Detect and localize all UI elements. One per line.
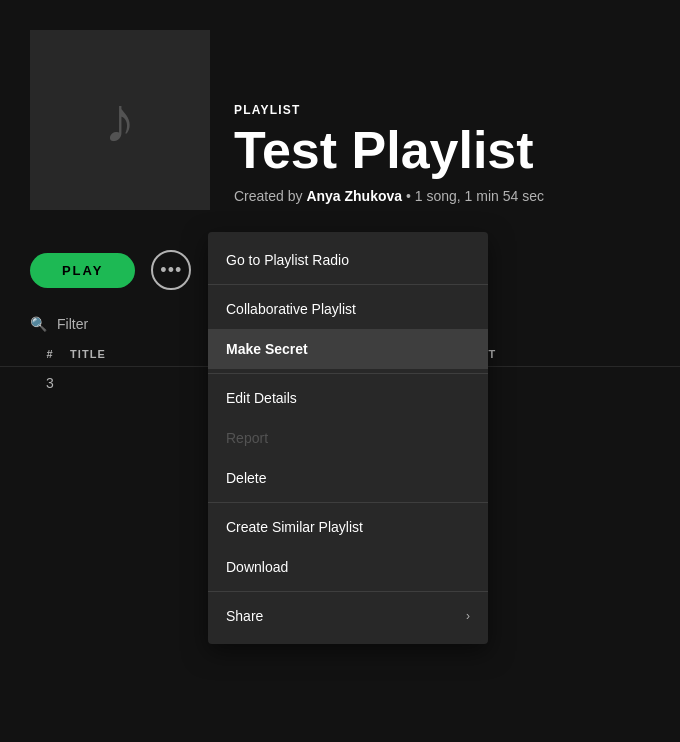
menu-section-2: Collaborative Playlist Make Secret [208, 285, 488, 374]
meta-separator: • [406, 188, 415, 204]
play-button[interactable]: PLAY [30, 253, 135, 288]
playlist-header: ♪ PLAYLIST Test Playlist Created by Anya… [0, 0, 680, 234]
menu-section-4: Create Similar Playlist Download [208, 503, 488, 592]
menu-item-make-secret-label: Make Secret [226, 341, 308, 357]
menu-item-delete-label: Delete [226, 470, 266, 486]
playlist-info: PLAYLIST Test Playlist Created by Anya Z… [234, 103, 544, 210]
menu-item-delete[interactable]: Delete [208, 458, 488, 498]
share-chevron-icon: › [466, 609, 470, 623]
creator-name: Anya Zhukova [306, 188, 402, 204]
menu-item-make-secret[interactable]: Make Secret [208, 329, 488, 369]
filter-placeholder: Filter [57, 316, 88, 332]
menu-section-5: Share › [208, 592, 488, 640]
menu-item-collaborative-label: Collaborative Playlist [226, 301, 356, 317]
menu-section-1: Go to Playlist Radio [208, 236, 488, 285]
menu-item-goto-radio-label: Go to Playlist Radio [226, 252, 349, 268]
menu-section-3: Edit Details Report Delete [208, 374, 488, 503]
menu-item-share-label: Share [226, 608, 263, 624]
meta-details: 1 song, 1 min 54 sec [415, 188, 544, 204]
col-num-header: # [30, 348, 70, 360]
album-art: ♪ [30, 30, 210, 210]
menu-item-edit-details-label: Edit Details [226, 390, 297, 406]
menu-item-download[interactable]: Download [208, 547, 488, 587]
menu-item-create-similar-label: Create Similar Playlist [226, 519, 363, 535]
music-note-icon: ♪ [104, 88, 136, 152]
playlist-meta: Created by Anya Zhukova • 1 song, 1 min … [234, 188, 544, 204]
track-number: 3 [30, 375, 70, 391]
menu-item-report-label: Report [226, 430, 268, 446]
menu-item-goto-radio[interactable]: Go to Playlist Radio [208, 240, 488, 280]
playlist-type-label: PLAYLIST [234, 103, 544, 117]
created-by-label: Created by [234, 188, 302, 204]
more-dots-icon: ••• [160, 260, 182, 281]
menu-item-share[interactable]: Share › [208, 596, 488, 636]
menu-item-edit-details[interactable]: Edit Details [208, 378, 488, 418]
context-menu: Go to Playlist Radio Collaborative Playl… [208, 232, 488, 644]
menu-item-collaborative[interactable]: Collaborative Playlist [208, 289, 488, 329]
menu-item-download-label: Download [226, 559, 288, 575]
search-icon: 🔍 [30, 316, 47, 332]
more-options-button[interactable]: ••• [151, 250, 191, 290]
menu-item-create-similar[interactable]: Create Similar Playlist [208, 507, 488, 547]
playlist-title: Test Playlist [234, 123, 544, 178]
menu-item-report: Report [208, 418, 488, 458]
